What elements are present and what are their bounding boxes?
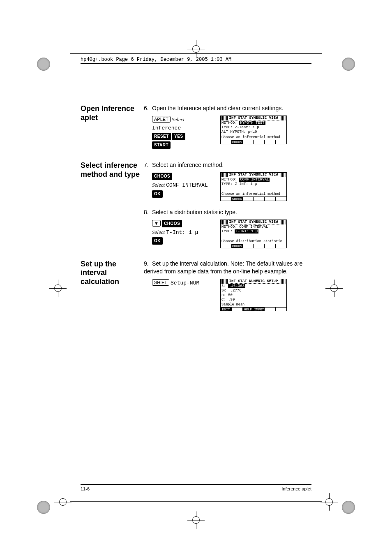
section-select-inference: Select inference method and type 7.Selec…	[81, 161, 311, 248]
calc-screen-2: INF STAT SYMBOLIC VIEW METHOD: CONF INTE…	[220, 172, 287, 201]
step-9-keys: SHIFT Setup-NUM	[152, 279, 214, 311]
down-key: ▼	[152, 220, 161, 227]
page-number: 11-6	[81, 486, 90, 491]
aplet-key: APLET	[152, 116, 171, 123]
section-heading: Set up the interval calculation	[81, 260, 144, 311]
section-heading: Open Inference aplet	[81, 104, 144, 150]
section-setup-interval: Set up the interval calculation 9.Set up…	[81, 260, 311, 311]
calc-screen-3: INF STAT SYMBOLIC VIEW METHOD: CONF INTE…	[220, 220, 287, 248]
start-softkey: START	[152, 141, 171, 149]
page-content: Open Inference aplet 6.Open the Inferenc…	[81, 104, 311, 322]
ok-softkey: OK	[152, 190, 163, 198]
yes-softkey: YES	[172, 133, 185, 140]
step-7-keys: CHOOS Select CONF INTERVAL OK	[152, 172, 214, 201]
choos-softkey: CHOOS	[152, 173, 172, 180]
step-6-keys: APLET Select Inference RESET YES START	[152, 116, 214, 150]
screen-menu: CHOOS	[221, 244, 286, 248]
print-mark	[342, 501, 355, 514]
page-footer: 11-6 Inference aplet	[81, 484, 311, 491]
step-6-text: 6.Open the Inference aplet and clear cur…	[144, 104, 311, 112]
reset-softkey: RESET	[152, 133, 171, 140]
screen-menu: CHOOS	[221, 140, 286, 144]
calc-screen-4: INF STAT NUMERIC SETUP x̄: .461368 Sx: .…	[220, 279, 287, 311]
header-text: hp40g+.book Page 6 Friday, December 9, 2…	[81, 57, 233, 62]
crop-mark	[187, 511, 205, 529]
calc-screen-1: INF STAT SYMBOLIC VIEW METHOD: HYPOTH TE…	[220, 116, 287, 144]
print-mark	[37, 501, 50, 514]
chapter-title: Inference aplet	[281, 486, 311, 491]
crop-mark	[325, 280, 343, 297]
step-8-keys: ▼ CHOOS Select T-Int: 1 μ OK	[152, 220, 214, 248]
section-open-inference: Open Inference aplet 6.Open the Inferenc…	[81, 104, 311, 150]
shift-key: SHIFT	[152, 279, 169, 286]
crop-mark	[49, 280, 67, 297]
crop-mark	[54, 493, 71, 511]
step-7-text: 7.Select an inference method.	[144, 161, 311, 169]
print-mark	[37, 58, 50, 71]
step-8-text: 8.Select a distribution statistic type.	[144, 208, 311, 216]
step-9-text: 9.Set up the interval calculation. Note:…	[144, 260, 311, 275]
crop-mark	[321, 493, 338, 511]
print-mark	[342, 58, 355, 71]
choos-softkey: CHOOS	[162, 220, 182, 227]
screen-menu: EDITHELPIMPRT	[221, 307, 286, 311]
screen-menu: CHOOS	[221, 197, 286, 201]
section-heading: Select inference method and type	[81, 161, 144, 248]
header-rule	[81, 63, 311, 64]
ok-softkey: OK	[152, 237, 163, 245]
